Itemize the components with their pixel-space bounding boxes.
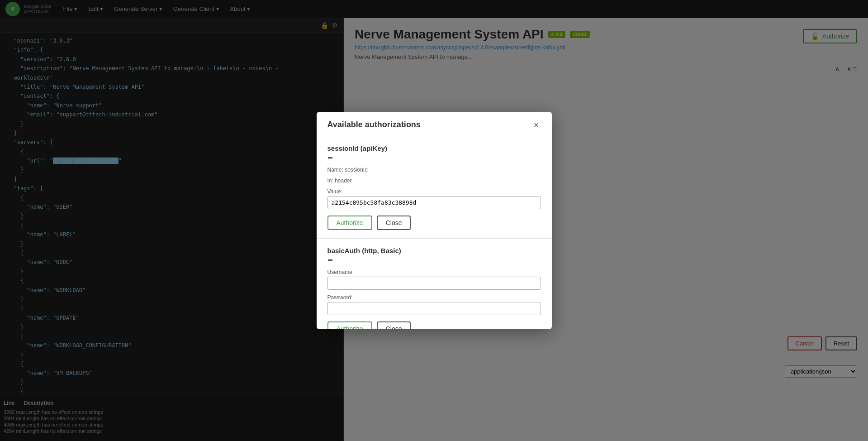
field-username_field: Username: bbox=[327, 269, 541, 290]
modal-body: sessionId (apiKey)⬅Name: sessionIdIn: he… bbox=[317, 136, 552, 329]
input-label-value_field: Value: bbox=[327, 188, 541, 195]
auth-title-session_id: sessionId (apiKey) bbox=[327, 144, 541, 152]
modal-dialog: Available authorizations × sessionId (ap… bbox=[317, 112, 552, 329]
auth-arrow-session_id: ⬅ bbox=[327, 154, 541, 161]
static-label-in_field: In: header bbox=[327, 177, 541, 184]
auth-actions-session_id: AuthorizeClose bbox=[327, 216, 541, 230]
static-label-name_field: Name: sessionId bbox=[327, 167, 541, 173]
close-button-session_id[interactable]: Close bbox=[377, 216, 411, 230]
field-name_field: Name: sessionId bbox=[327, 167, 541, 173]
auth-arrow-basic_auth: ⬅ bbox=[327, 256, 541, 264]
modal-overlay[interactable]: Available authorizations × sessionId (ap… bbox=[0, 0, 868, 441]
input-label-password_field: Password: bbox=[327, 294, 541, 301]
field-password_field: Password: bbox=[327, 294, 541, 315]
field-in_field: In: header bbox=[327, 177, 541, 184]
close-button-basic_auth[interactable]: Close bbox=[377, 321, 411, 329]
authorize-button-session_id[interactable]: Authorize bbox=[327, 216, 372, 230]
auth-section-session_id: sessionId (apiKey)⬅Name: sessionIdIn: he… bbox=[317, 136, 552, 239]
auth-actions-basic_auth: AuthorizeClose bbox=[327, 321, 541, 329]
input-password_field[interactable] bbox=[327, 302, 541, 315]
modal-close-button[interactable]: × bbox=[532, 120, 541, 129]
modal-title: Available authorizations bbox=[327, 120, 421, 129]
input-label-username_field: Username: bbox=[327, 269, 541, 275]
input-username_field[interactable] bbox=[327, 277, 541, 290]
auth-section-basic_auth: basicAuth (http, Basic)⬅Username:Passwor… bbox=[317, 239, 552, 329]
auth-title-basic_auth: basicAuth (http, Basic) bbox=[327, 247, 541, 254]
field-value_field: Value: bbox=[327, 188, 541, 209]
input-value_field[interactable] bbox=[327, 196, 541, 209]
modal-header: Available authorizations × bbox=[317, 112, 552, 136]
authorize-button-basic_auth[interactable]: Authorize bbox=[327, 321, 372, 329]
